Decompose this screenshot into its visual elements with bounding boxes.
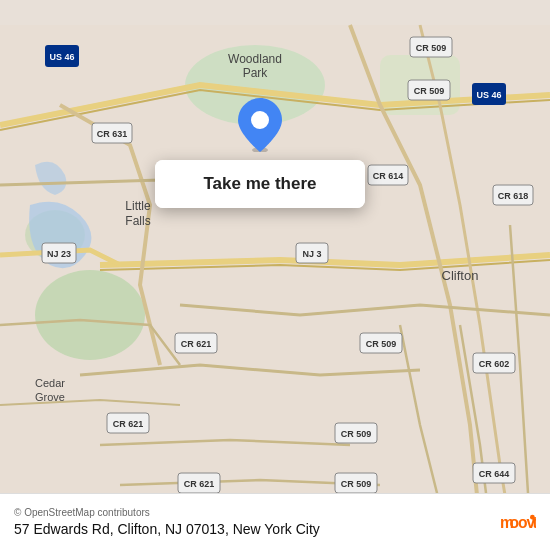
svg-text:CR 618: CR 618: [498, 191, 529, 201]
svg-text:CR 614: CR 614: [373, 171, 404, 181]
svg-text:CR 621: CR 621: [184, 479, 215, 489]
svg-text:Falls: Falls: [125, 214, 150, 228]
svg-text:CR 602: CR 602: [479, 359, 510, 369]
svg-text:CR 509: CR 509: [416, 43, 447, 53]
svg-text:CR 509: CR 509: [414, 86, 445, 96]
svg-text:CR 509: CR 509: [366, 339, 397, 349]
svg-text:CR 621: CR 621: [113, 419, 144, 429]
address-section: © OpenStreetMap contributors 57 Edwards …: [14, 507, 320, 537]
svg-text:t: t: [532, 514, 536, 531]
take-me-there-button[interactable]: Take me there: [155, 160, 365, 208]
osm-credit: © OpenStreetMap contributors: [14, 507, 320, 518]
svg-text:CR 509: CR 509: [341, 429, 372, 439]
map-background: US 46 US 46 CR 509 CR 509 CR 631 CR 614 …: [0, 0, 550, 550]
svg-text:NJ 3: NJ 3: [302, 249, 321, 259]
moovit-logo: m o o v t: [500, 504, 536, 540]
svg-text:Cedar: Cedar: [35, 377, 65, 389]
svg-text:Woodland: Woodland: [228, 52, 282, 66]
svg-text:Little: Little: [125, 199, 151, 213]
svg-text:Grove: Grove: [35, 391, 65, 403]
svg-text:US 46: US 46: [49, 52, 74, 62]
map-container: US 46 US 46 CR 509 CR 509 CR 631 CR 614 …: [0, 0, 550, 550]
svg-point-47: [251, 111, 269, 129]
svg-text:Park: Park: [243, 66, 269, 80]
bottom-bar: © OpenStreetMap contributors 57 Edwards …: [0, 493, 550, 550]
svg-point-2: [35, 270, 145, 360]
svg-text:NJ 23: NJ 23: [47, 249, 71, 259]
svg-text:CR 631: CR 631: [97, 129, 128, 139]
moovit-logo-icon: m o o v t: [500, 504, 536, 540]
svg-text:Clifton: Clifton: [442, 268, 479, 283]
location-pin-icon: [238, 98, 282, 152]
popup-card: Take me there: [155, 160, 365, 208]
svg-text:CR 621: CR 621: [181, 339, 212, 349]
svg-text:CR 644: CR 644: [479, 469, 510, 479]
svg-text:US 46: US 46: [476, 90, 501, 100]
address-text: 57 Edwards Rd, Clifton, NJ 07013, New Yo…: [14, 521, 320, 537]
svg-text:CR 509: CR 509: [341, 479, 372, 489]
